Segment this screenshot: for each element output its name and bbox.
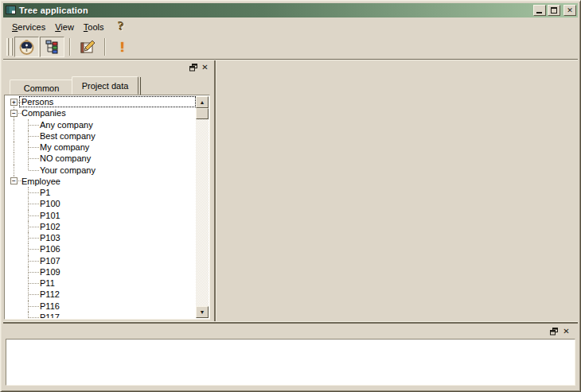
scroll-down-button[interactable]: ▼	[196, 306, 209, 318]
main-area: ✕ Common Project data +Persons−Companies…	[3, 60, 578, 321]
tree-branch-line	[28, 165, 29, 170]
tree-branch-line	[28, 243, 29, 254]
dock-close-button[interactable]: ✕	[561, 326, 571, 336]
tree-item-label[interactable]: P101	[40, 211, 60, 220]
title-bar: Tree application ✕	[3, 3, 578, 17]
tree-item[interactable]: Your company	[6, 165, 196, 176]
menu-services[interactable]: Services	[7, 20, 50, 34]
toolbar-alert-button[interactable]: !	[110, 37, 135, 57]
bottom-dock-header: ✕	[3, 324, 578, 339]
tree-item-label[interactable]: Employee	[21, 177, 60, 186]
tree-item[interactable]: P102	[6, 221, 196, 232]
tree-branch-line	[28, 221, 29, 232]
tree-item-label[interactable]: P117	[40, 312, 60, 318]
tree-item[interactable]: P106	[6, 243, 196, 254]
tree-item[interactable]: P101	[6, 210, 196, 221]
tree-item-label[interactable]: Persons	[21, 97, 53, 107]
tree-item-label[interactable]: Companies	[21, 108, 66, 118]
help-icon[interactable]: ?	[119, 21, 125, 33]
menu-view[interactable]: View	[50, 20, 79, 34]
toolbar-separator	[69, 38, 71, 56]
dock-header: ✕	[4, 61, 211, 76]
tree-item-label[interactable]: P100	[40, 199, 60, 208]
tree-branch-line	[14, 119, 14, 130]
minimize-button[interactable]	[533, 5, 546, 16]
tree-item[interactable]: P107	[6, 255, 196, 266]
tree-branch-line	[28, 187, 29, 198]
tree-item-label[interactable]: Any company	[40, 120, 93, 130]
close-icon: ✕	[201, 63, 208, 72]
toolbar: !	[3, 35, 578, 59]
tree-branch-line	[28, 153, 29, 164]
expand-icon[interactable]: +	[10, 99, 18, 106]
tree-branch-line	[14, 153, 14, 164]
float-icon	[189, 64, 197, 72]
tree-item-label[interactable]: P109	[40, 267, 60, 277]
tree-item-label[interactable]: P112	[40, 289, 60, 299]
collapse-icon[interactable]: −	[10, 110, 18, 117]
toolbar-watch-button[interactable]	[14, 37, 39, 57]
tree-item-label[interactable]: P103	[40, 233, 60, 243]
maximize-button[interactable]	[548, 5, 560, 16]
notebook-pencil-icon	[79, 38, 96, 56]
tree-item-label[interactable]: My company	[40, 142, 89, 152]
dock-close-button[interactable]: ✕	[200, 62, 210, 72]
tree-branch-line	[28, 142, 29, 153]
toolbar-treeview-button[interactable]	[40, 37, 64, 57]
tree-item[interactable]: P100	[6, 198, 196, 209]
tree-item-label[interactable]: P106	[40, 244, 60, 254]
tree-item[interactable]: P11	[6, 278, 196, 289]
tab-common[interactable]: Common	[10, 80, 73, 95]
tree-item[interactable]: My company	[6, 142, 196, 153]
scroll-up-button[interactable]: ▲	[196, 96, 209, 108]
minimize-icon	[536, 12, 542, 14]
central-area	[216, 60, 578, 321]
tree-item[interactable]: −Employee	[6, 176, 196, 187]
tree-item-label[interactable]: NO company	[40, 153, 91, 163]
tree-item-label[interactable]: P1	[40, 188, 50, 197]
dock-float-button[interactable]	[188, 62, 198, 72]
tree-item-label[interactable]: Your company	[40, 165, 96, 175]
tree-item[interactable]: P117	[6, 312, 196, 318]
tree-item-label[interactable]: Best company	[40, 131, 96, 141]
scrollbar-thumb[interactable]	[196, 108, 209, 119]
toolbar-drag-handle[interactable]	[6, 38, 12, 56]
tree-item[interactable]: P116	[6, 301, 196, 312]
tree-item[interactable]: Any company	[6, 119, 196, 130]
tree: +Persons−CompaniesAny companyBest compan…	[6, 96, 196, 318]
tree-item[interactable]: NO company	[6, 153, 196, 164]
tree-item[interactable]: +Persons	[6, 96, 196, 107]
tab-project-data[interactable]: Project data	[72, 76, 138, 95]
toolbar-notebook-button[interactable]	[75, 37, 99, 57]
tree-branch-line	[14, 142, 14, 153]
bottom-dock: ✕	[3, 324, 578, 389]
vertical-splitter[interactable]	[214, 60, 216, 321]
tree-item-label[interactable]: P107	[40, 256, 60, 266]
tree-item[interactable]: −Companies	[6, 107, 196, 118]
close-icon: ✕	[564, 6, 575, 15]
dock-float-button[interactable]	[548, 326, 559, 336]
tree-branch-line	[28, 198, 29, 209]
collapse-icon[interactable]: −	[10, 177, 18, 184]
tree-branch-line	[28, 289, 29, 300]
float-icon	[550, 328, 558, 336]
tree-item[interactable]: P112	[6, 289, 196, 300]
menu-tools[interactable]: Tools	[79, 20, 109, 34]
maximize-icon	[551, 7, 557, 14]
tree-scrollbar[interactable]: ▲ ▼	[196, 96, 209, 318]
tree-branch-line	[28, 210, 29, 221]
app-icon	[6, 5, 17, 16]
close-button[interactable]: ✕	[563, 5, 576, 16]
tree-branch-line	[28, 232, 29, 243]
tree-branch-line	[28, 130, 29, 142]
tree-item-label[interactable]: P11	[40, 278, 55, 288]
tree-branch-line	[28, 119, 29, 130]
tree-item[interactable]: Best company	[6, 130, 196, 142]
tree-item[interactable]: P103	[6, 232, 196, 243]
tree-item-label[interactable]: P102	[40, 222, 60, 231]
tree-view-icon	[44, 39, 60, 56]
tree-item-label[interactable]: P116	[40, 301, 60, 311]
tree-item[interactable]: P109	[6, 266, 196, 278]
tree-item[interactable]: P1	[6, 187, 196, 198]
log-text-area[interactable]	[6, 339, 575, 386]
